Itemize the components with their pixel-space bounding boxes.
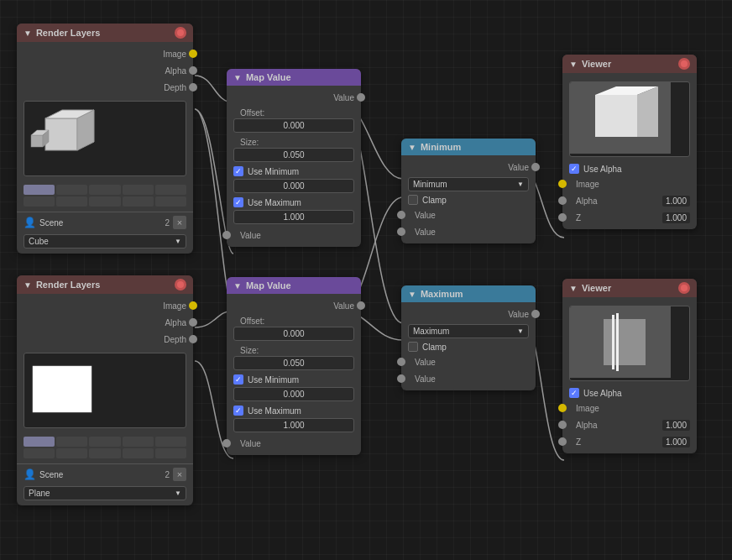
size-input-top[interactable] xyxy=(233,148,354,162)
viewer-alpha-input-bottom: Alpha 1.000 xyxy=(562,416,697,433)
use-min-val-top[interactable] xyxy=(233,179,354,193)
viewer-z-socket-bottom[interactable] xyxy=(558,437,567,446)
viewer-image-socket-top[interactable] xyxy=(558,180,567,188)
use-max-row-top: Use Maximum xyxy=(227,196,361,209)
maximum-header: ▼ Maximum xyxy=(401,285,536,302)
layer-dropdown-select-top[interactable]: Cube xyxy=(24,234,186,249)
layer-cell[interactable] xyxy=(155,437,186,447)
minimum-value2-socket[interactable] xyxy=(397,228,405,236)
layer-cell[interactable] xyxy=(123,185,154,195)
depth-socket-bottom[interactable] xyxy=(189,335,197,343)
alpha-socket-top[interactable] xyxy=(189,66,197,75)
use-alpha-label-bottom: Use Alpha xyxy=(583,389,622,398)
viewer-preview-bottom xyxy=(569,306,690,381)
maximum-output: Value xyxy=(401,306,536,322)
use-alpha-checkbox-bottom[interactable] xyxy=(569,388,579,398)
alpha-label-top: Alpha xyxy=(24,66,186,76)
maximum-value1-socket[interactable] xyxy=(397,358,405,366)
use-min-val-bottom[interactable] xyxy=(233,387,354,401)
render-preview-bottom xyxy=(24,353,186,428)
maximum-value2-socket[interactable] xyxy=(397,374,405,383)
use-max-label-top: Use Maximum xyxy=(248,198,301,207)
layer-cell[interactable] xyxy=(56,448,87,458)
layer-cell[interactable] xyxy=(89,185,120,195)
depth-label-top: Depth xyxy=(24,83,186,92)
viewer-z-socket-top[interactable] xyxy=(558,213,567,222)
layer-cell[interactable] xyxy=(123,437,154,447)
layer-cell[interactable] xyxy=(89,196,120,207)
svg-marker-15 xyxy=(604,319,646,365)
layer-cell[interactable] xyxy=(24,448,55,458)
layer-dropdown-top[interactable]: Cube xyxy=(17,233,193,250)
viewer-title-bottom: Viewer xyxy=(582,283,611,293)
layer-dropdown-select-bottom[interactable]: Plane xyxy=(24,486,186,500)
size-label-bottom: Size: xyxy=(233,345,354,355)
use-max-val-bottom[interactable] xyxy=(233,418,354,432)
layer-cell[interactable] xyxy=(56,196,87,207)
value-out-socket-bottom[interactable] xyxy=(357,301,365,310)
scene-close-top[interactable]: × xyxy=(173,216,186,229)
scene-close-bottom[interactable]: × xyxy=(173,468,186,481)
viewer-image-socket-bottom[interactable] xyxy=(558,404,567,412)
use-max-row-bottom: Use Maximum xyxy=(227,404,361,417)
value-out-socket-top[interactable] xyxy=(357,93,365,102)
size-input-bottom[interactable] xyxy=(233,356,354,370)
viewer-alpha-socket-top[interactable] xyxy=(558,196,567,205)
offset-input-top[interactable] xyxy=(233,118,354,133)
layer-cell[interactable] xyxy=(155,185,186,195)
layer-cell[interactable] xyxy=(89,448,120,458)
minimum-out-socket[interactable] xyxy=(531,163,540,171)
viewer-title-top: Viewer xyxy=(582,59,611,69)
layer-cell[interactable] xyxy=(155,196,186,207)
scene-icon-bottom: 👤 xyxy=(24,468,36,480)
maximum-type-dropdown[interactable]: Maximum xyxy=(401,322,536,340)
minimum-output: Value xyxy=(401,159,536,175)
maximum-out-socket[interactable] xyxy=(531,310,540,318)
output-alpha-top: Alpha xyxy=(17,62,193,79)
layer-cell[interactable] xyxy=(155,448,186,458)
layer-dropdown-bottom[interactable]: Plane xyxy=(17,484,193,502)
use-max-val-top[interactable] xyxy=(233,210,354,224)
minimum-value1-socket[interactable] xyxy=(397,211,405,219)
layer-cell[interactable] xyxy=(123,448,154,458)
value-in-socket-bottom[interactable] xyxy=(222,439,231,447)
image-socket-top[interactable] xyxy=(189,50,197,58)
depth-socket-top[interactable] xyxy=(189,83,197,92)
layer-cell[interactable] xyxy=(24,196,55,207)
map-value-header-top: ▼ Map Value xyxy=(227,69,361,86)
viewer-image-input-top: Image xyxy=(562,175,697,192)
output-depth-bottom: Depth xyxy=(17,331,193,348)
collapse-arrow-top[interactable]: ▼ xyxy=(24,29,32,38)
map-value-node-top: ▼ Map Value Value Offset: Size: Use Mini… xyxy=(227,69,361,247)
minimum-dropdown-select[interactable]: Minimum xyxy=(408,177,529,191)
value-in-socket-top[interactable] xyxy=(222,231,231,239)
collapse-arrow-bottom[interactable]: ▼ xyxy=(24,280,32,290)
use-max-checkbox-top[interactable] xyxy=(233,197,243,207)
layer-cell[interactable] xyxy=(56,437,87,447)
layer-cell[interactable] xyxy=(89,437,120,447)
minimum-clamp-checkbox[interactable] xyxy=(408,195,418,205)
map-value-output-bottom: Value xyxy=(227,297,361,314)
maximum-dropdown-select[interactable]: Maximum xyxy=(408,324,529,338)
image-label-bottom: Image xyxy=(24,301,186,311)
alpha-socket-bottom[interactable] xyxy=(189,318,197,327)
use-min-checkbox-bottom[interactable] xyxy=(233,374,243,385)
viewer-alpha-val-bottom: 1.000 xyxy=(662,420,690,431)
offset-input-bottom[interactable] xyxy=(233,327,354,341)
layer-cell[interactable] xyxy=(24,185,55,195)
layer-cell[interactable] xyxy=(123,196,154,207)
layer-cell[interactable] xyxy=(56,185,87,195)
image-socket-bottom[interactable] xyxy=(189,301,197,310)
minimum-type-dropdown[interactable]: Minimum xyxy=(401,175,536,193)
use-alpha-checkbox-top[interactable] xyxy=(569,164,579,174)
maximum-value2-label: Value xyxy=(408,374,436,384)
viewer-alpha-socket-bottom[interactable] xyxy=(558,421,567,429)
viewer-alpha-label-bottom: Alpha xyxy=(569,421,662,430)
maximum-clamp-checkbox[interactable] xyxy=(408,342,418,352)
use-max-checkbox-bottom[interactable] xyxy=(233,406,243,416)
layer-cell[interactable] xyxy=(24,437,55,447)
minimum-value2-label: Value xyxy=(408,228,436,237)
svg-rect-11 xyxy=(637,95,658,137)
use-min-checkbox-top[interactable] xyxy=(233,166,243,176)
maximum-node: ▼ Maximum Value Maximum Clamp Value Valu… xyxy=(401,285,536,390)
